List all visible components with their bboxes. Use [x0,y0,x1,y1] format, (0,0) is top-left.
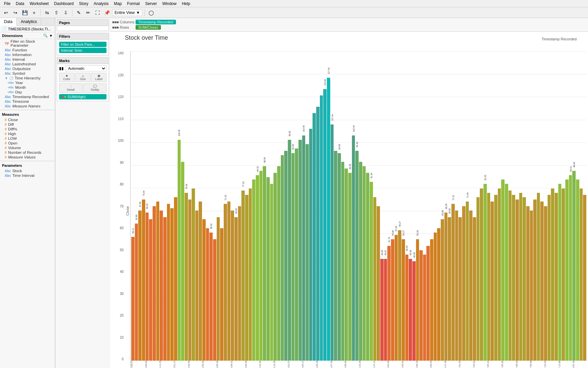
bar[interactable] [537,193,540,361]
bar[interactable]: 59.27 [398,230,401,361]
menu-map[interactable]: Map [111,1,124,7]
bar[interactable]: 127.44 [327,78,330,361]
menu-analysis[interactable]: Analysis [91,1,112,7]
bar[interactable]: 55.28 [416,239,419,361]
bar[interactable] [423,255,426,361]
bar[interactable] [548,195,551,361]
bar[interactable] [494,195,498,361]
bar[interactable] [199,202,202,361]
bar[interactable] [501,179,505,361]
sort-desc-button[interactable]: ⇩ [62,9,70,17]
dim-symbol[interactable]: Abc Symbol [0,71,55,76]
bar[interactable] [273,173,277,361]
bar[interactable] [480,189,483,361]
bar[interactable] [473,217,476,361]
bar[interactable]: 99.90 [288,140,291,361]
dim-day[interactable]: ·Abc Day [0,90,55,94]
measure-low[interactable]: # LOW [0,136,55,141]
bar[interactable] [533,200,537,361]
bar[interactable]: 62.86 [135,224,138,361]
bar[interactable] [259,171,263,361]
bar[interactable] [149,219,152,361]
bar[interactable] [341,162,345,361]
bar[interactable] [562,189,565,361]
bar[interactable]: 81.34 [370,182,373,361]
bar[interactable] [576,179,579,361]
measure-diff[interactable]: # Diff [0,122,55,127]
bar[interactable] [217,217,220,361]
bar[interactable] [366,173,369,361]
redo-button[interactable]: ↪ [11,9,19,17]
bar[interactable] [469,211,472,361]
bar[interactable]: 45.65 [380,259,384,361]
measure-volume[interactable]: # Volume [0,145,55,150]
measure-open[interactable]: # Open [0,141,55,145]
color-button[interactable]: ■ Color [59,73,74,82]
bar[interactable] [202,219,206,361]
bar[interactable]: 107.44 [331,124,334,361]
bar[interactable]: 45.87 [384,259,387,361]
bar[interactable] [373,197,377,361]
bar[interactable]: 67.82 [138,211,142,361]
bar[interactable] [458,217,462,361]
bar[interactable] [245,195,248,361]
size-button[interactable]: △ Size [75,73,90,82]
dim-year[interactable]: ·Abc Year [0,80,55,85]
view-dropdown[interactable]: Entire View ▼ [112,9,142,16]
tooltip-button[interactable]: 💬 Tooltip [83,83,107,93]
share-button[interactable]: ◯ [147,9,155,17]
dim-measure-names[interactable]: Abc Measure Names [0,104,55,108]
bar[interactable] [192,189,195,361]
bar[interactable] [309,129,313,361]
bar[interactable] [565,179,569,361]
bar[interactable] [530,211,533,361]
bar[interactable]: 84.32 [256,175,259,361]
bar[interactable] [252,179,255,361]
bar[interactable] [206,228,209,361]
bar[interactable] [476,197,480,361]
bar[interactable] [551,189,554,361]
undo-button[interactable]: ↩ [2,9,10,17]
sort-asc-button[interactable]: ⇧ [52,9,60,17]
bar[interactable] [363,166,366,361]
rows-pill[interactable]: SUM(Close) [136,25,161,30]
bar[interactable] [295,148,298,361]
add-icon[interactable]: ▼ [49,34,53,38]
bar[interactable]: 73.04 [142,200,145,361]
dim-timestamp[interactable]: Abc Timestamp Recorded [0,94,55,99]
bar[interactable] [306,144,309,361]
measure-close[interactable]: # Close [0,117,55,122]
bar[interactable]: 76.08 [185,193,188,361]
bar[interactable]: 55.27 [402,239,405,361]
bar[interactable] [419,250,423,361]
new-ds-button[interactable]: + [30,9,38,17]
bar[interactable]: 48.05 [405,255,409,361]
dim-interval[interactable]: Abc Interval [0,57,55,62]
bar[interactable]: 44.98 [412,261,416,361]
bar[interactable] [170,208,174,361]
tab-data[interactable]: Data [0,18,17,26]
bar[interactable] [434,233,437,361]
bar[interactable]: 51.70 [387,246,391,361]
bar[interactable] [509,191,512,361]
dim-outputsize[interactable]: Abc Outputsize [0,66,55,71]
fit-button[interactable]: ⛶ [93,9,102,17]
bar[interactable] [345,168,348,361]
bar[interactable]: 85.05 [348,173,352,361]
menu-worksheet[interactable]: Worksheet [27,1,51,7]
bar[interactable] [544,206,547,361]
bar[interactable] [523,197,526,361]
bar[interactable] [580,189,583,361]
bar[interactable] [284,151,287,361]
bar[interactable] [487,193,491,361]
bar[interactable]: 58.46 [209,233,213,361]
param-stock[interactable]: Abc Stock [0,168,55,173]
bar[interactable]: 66.29 [146,213,149,361]
bar[interactable] [266,177,270,361]
bar[interactable] [540,202,544,361]
dim-time-hierarchy[interactable]: ▼ 🕐 Time Hierarchy [0,76,55,80]
bar[interactable]: 93.96 [291,153,295,361]
swap-button[interactable]: ⇆ [43,9,51,17]
bar[interactable] [249,189,252,361]
bar[interactable] [160,211,163,361]
